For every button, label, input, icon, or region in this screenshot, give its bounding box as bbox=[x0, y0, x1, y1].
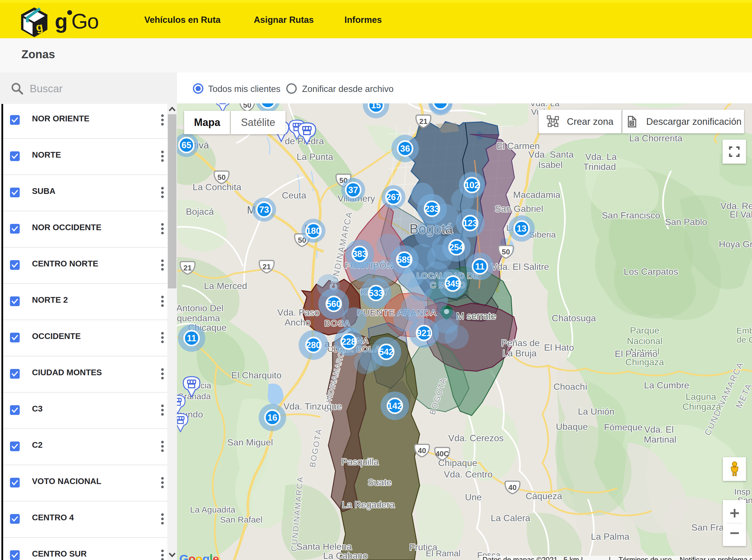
svg-text:La Aguadita: La Aguadita bbox=[190, 505, 236, 514]
svg-text:37: 37 bbox=[348, 185, 358, 195]
svg-text:123: 123 bbox=[463, 218, 477, 228]
svg-text:15: 15 bbox=[371, 103, 381, 110]
svg-text:11: 11 bbox=[187, 333, 197, 343]
svg-text:La Punta: La Punta bbox=[297, 152, 333, 162]
svg-text:La Calera: La Calera bbox=[491, 513, 530, 523]
svg-text:142: 142 bbox=[387, 401, 402, 411]
svg-text:560: 560 bbox=[326, 299, 341, 309]
svg-text:g: g bbox=[55, 9, 68, 33]
svg-text:La Bruja: La Bruja bbox=[503, 348, 536, 358]
svg-text:Insp: Insp bbox=[734, 487, 751, 496]
svg-text:Martinal: Martinal bbox=[644, 434, 676, 445]
svg-text:La Palma: La Palma bbox=[591, 532, 629, 542]
svg-text:Chatosuga: Chatosuga bbox=[552, 313, 596, 323]
svg-text:Peñas de: Peñas de bbox=[501, 338, 540, 348]
svg-text:Vda. Cerezos: Vda. Cerezos bbox=[448, 433, 504, 443]
svg-text:102: 102 bbox=[465, 180, 479, 190]
svg-text:La Merced: La Merced bbox=[204, 281, 247, 291]
svg-text:40C: 40C bbox=[435, 449, 449, 458]
svg-text:Emb: Emb bbox=[736, 326, 752, 335]
svg-text:San Miguel: San Miguel bbox=[227, 437, 273, 447]
svg-text:50: 50 bbox=[218, 173, 226, 182]
svg-text:Cáqueza: Cáqueza bbox=[526, 491, 562, 501]
svg-text:Nacional: Nacional bbox=[627, 336, 663, 346]
svg-text:Santa Helena: Santa Helena bbox=[296, 541, 352, 552]
svg-text:El Vall: El Vall bbox=[730, 209, 752, 220]
svg-text:40: 40 bbox=[508, 483, 517, 492]
svg-text:Antonio Del: Antonio Del bbox=[177, 303, 224, 313]
svg-text:San Pablo: San Pablo bbox=[665, 217, 707, 227]
svg-text:180: 180 bbox=[306, 226, 321, 236]
svg-text:Parque: Parque bbox=[630, 325, 659, 336]
svg-text:El Ramal: El Ramal bbox=[426, 548, 461, 558]
svg-text:Suate: Suate bbox=[368, 477, 392, 487]
svg-text:Pasquilla: Pasquilla bbox=[342, 457, 379, 467]
svg-text:Choachí: Choachí bbox=[553, 381, 587, 392]
svg-text:Los Carpatos: Los Carpatos bbox=[624, 266, 678, 277]
svg-text:Isabel: Isabel bbox=[538, 160, 563, 170]
svg-text:589: 589 bbox=[397, 255, 412, 265]
svg-text:267: 267 bbox=[386, 192, 401, 202]
svg-text:921: 921 bbox=[416, 328, 431, 338]
svg-text:Une: Une bbox=[465, 492, 482, 502]
svg-text:Vda. El: Vda. El bbox=[644, 424, 673, 435]
svg-text:de C: de C bbox=[737, 335, 752, 344]
svg-text:San Francisco: San Francisco bbox=[602, 210, 660, 220]
svg-text:Vda. Paso: Vda. Paso bbox=[277, 307, 320, 318]
svg-text:La Chorrerita: La Chorrerita bbox=[629, 133, 683, 143]
svg-text:349: 349 bbox=[445, 279, 460, 289]
svg-text:21: 21 bbox=[420, 117, 428, 126]
svg-text:quendama: quendama bbox=[177, 313, 220, 323]
svg-text:Bojacá: Bojacá bbox=[186, 206, 214, 217]
svg-text:El Charquito: El Charquito bbox=[231, 370, 282, 380]
svg-text:50: 50 bbox=[502, 247, 510, 256]
svg-text:Trinidad: Trinidad bbox=[583, 162, 616, 172]
svg-text:Ancho: Ancho bbox=[285, 317, 311, 327]
svg-text:Vda. El Salitre: Vda. El Salitre bbox=[491, 262, 549, 272]
svg-text:40: 40 bbox=[418, 446, 426, 455]
svg-text:65: 65 bbox=[182, 140, 191, 150]
svg-text:73: 73 bbox=[259, 205, 269, 215]
svg-text:San Gabriel: San Gabriel bbox=[495, 204, 543, 214]
svg-text:50: 50 bbox=[243, 103, 251, 109]
svg-text:11: 11 bbox=[475, 262, 485, 272]
svg-text:Macadamia: Macadamia bbox=[513, 189, 561, 200]
svg-text:228: 228 bbox=[341, 337, 356, 347]
svg-text:13: 13 bbox=[517, 224, 526, 234]
svg-text:Vda. La: Vda. La bbox=[585, 152, 617, 162]
svg-text:La Cabano: La Cabano bbox=[323, 551, 368, 560]
svg-text:La Conchita: La Conchita bbox=[193, 182, 242, 192]
svg-text:San Rafael: San Rafael bbox=[220, 515, 262, 524]
svg-text:Vda. Santa: Vda. Santa bbox=[528, 149, 574, 160]
svg-text:El Paramo: El Paramo bbox=[615, 349, 657, 359]
svg-text:Ubaque: Ubaque bbox=[556, 421, 588, 432]
svg-text:533: 533 bbox=[369, 288, 383, 298]
svg-text:21: 21 bbox=[263, 262, 271, 271]
svg-text:Vda. Centro: Vda. Centro bbox=[444, 469, 493, 479]
svg-text:16: 16 bbox=[267, 413, 277, 423]
svg-text:Hoya Gran: Hoya Gran bbox=[719, 239, 752, 249]
svg-text:233: 233 bbox=[425, 204, 440, 214]
svg-text:254: 254 bbox=[449, 242, 464, 253]
svg-text:El Hato: El Hato bbox=[544, 342, 574, 353]
svg-text:La Cumbre: La Cumbre bbox=[644, 380, 689, 391]
svg-text:Laguna: Laguna bbox=[686, 392, 716, 402]
svg-text:Vda. Tinzuque: Vda. Tinzuque bbox=[284, 401, 342, 412]
svg-text:280: 280 bbox=[306, 340, 321, 350]
svg-text:M serrate: M serrate bbox=[456, 311, 496, 321]
svg-text:La Unión: La Unión bbox=[578, 406, 614, 417]
svg-text:Go: Go bbox=[72, 9, 99, 33]
svg-text:383: 383 bbox=[352, 249, 367, 259]
svg-text:Fómeque: Fómeque bbox=[604, 422, 643, 432]
svg-text:Ceuta: Ceuta bbox=[282, 190, 306, 200]
svg-text:542: 542 bbox=[379, 347, 394, 357]
svg-text:La Regadera: La Regadera bbox=[342, 499, 394, 510]
svg-text:Chingaza: Chingaza bbox=[682, 401, 721, 412]
svg-text:36: 36 bbox=[400, 144, 410, 154]
svg-text:21: 21 bbox=[184, 264, 192, 272]
